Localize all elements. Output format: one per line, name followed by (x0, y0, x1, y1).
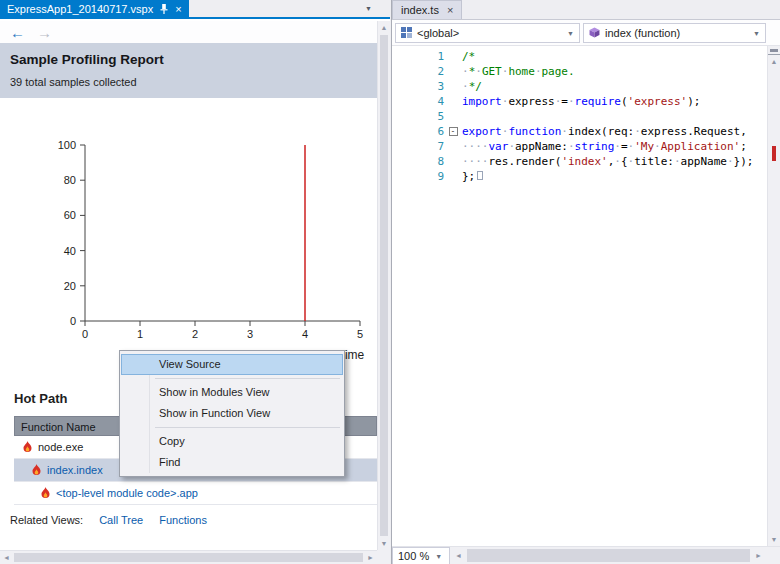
left-horizontal-scrollbar[interactable]: ◄ ► (0, 550, 377, 564)
close-icon[interactable]: × (447, 4, 453, 16)
left-tab-bar: ExpressApp1_20140717.vspx × ▼ (0, 0, 390, 19)
method-icon (589, 27, 600, 40)
fold-margin (444, 109, 462, 124)
code-text: ····res.render('index',·{·title:·appName… (462, 154, 767, 169)
namespace-icon (401, 27, 412, 40)
scrollbar-thumb[interactable] (14, 553, 363, 562)
code-text: ·*·GET·home·page. (462, 64, 767, 79)
flame-icon (40, 487, 51, 500)
y-tick-label: 0 (70, 315, 76, 327)
code-text: }; (462, 169, 767, 184)
tab-expressapp-vspx[interactable]: ExpressApp1_20140717.vspx × (0, 0, 189, 17)
fold-collapse-icon[interactable]: - (449, 127, 458, 136)
scroll-right-icon[interactable]: ► (364, 551, 377, 564)
scroll-up-icon[interactable]: ▲ (768, 55, 780, 68)
fold-margin (444, 139, 462, 154)
menu-item-find[interactable]: Find (121, 452, 343, 473)
line-number: 3 (392, 79, 444, 94)
functions-link[interactable]: Functions (159, 514, 207, 526)
x-tick-label: 5 (357, 328, 363, 340)
scrollbar-corner (377, 550, 390, 564)
x-tick-label: 4 (302, 328, 308, 340)
table-row[interactable]: <top-level module code>.app (14, 482, 377, 505)
scope-dropdown[interactable]: <global> ▼ (395, 23, 580, 43)
code-editor[interactable]: 1/*2·*·GET·home·page.3·*/4import·express… (392, 46, 767, 546)
chevron-down-icon: ▼ (753, 30, 760, 37)
scrollbar-corner (767, 547, 780, 564)
code-text: export·function·index(req:·express.Reque… (462, 124, 767, 139)
tab-index-ts[interactable]: index.ts × (392, 0, 462, 19)
code-line: 2·*·GET·home·page. (392, 64, 767, 79)
menu-item-copy[interactable]: Copy (121, 431, 343, 452)
tab-title: ExpressApp1_20140717.vspx (7, 3, 153, 15)
code-line: 6-export·function·index(req:·express.Req… (392, 124, 767, 139)
y-tick-label: 80 (64, 174, 76, 186)
scroll-down-icon[interactable]: ▼ (768, 533, 780, 546)
y-tick-label: 20 (64, 280, 76, 292)
line-number: 5 (392, 109, 444, 124)
code-text: /* (462, 49, 767, 64)
scroll-left-icon[interactable]: ◄ (0, 551, 13, 564)
call-tree-link[interactable]: Call Tree (99, 514, 143, 526)
scroll-down-icon[interactable]: ▼ (378, 537, 390, 550)
code-line: 5 (392, 109, 767, 124)
forward-icon: → (37, 24, 52, 41)
scroll-right-icon[interactable]: ► (752, 547, 765, 564)
code-line: 9}; (392, 169, 767, 184)
menu-item-view-source[interactable]: View Source (121, 354, 343, 375)
menu-item-show-in-modules-view[interactable]: Show in Modules View (121, 382, 343, 403)
scroll-up-icon[interactable]: ▲ (378, 21, 390, 34)
back-icon[interactable]: ← (10, 24, 25, 41)
related-views-label: Related Views: (10, 514, 83, 526)
report-title: Sample Profiling Report (10, 52, 377, 67)
tab-list-chevron-icon[interactable]: ▼ (365, 5, 372, 12)
y-tick-label: 40 (64, 245, 76, 257)
code-line: 4import·express·=·require('express'); (392, 94, 767, 109)
line-number: 4 (392, 94, 444, 109)
splitter-handle[interactable] (768, 46, 780, 55)
x-tick-label: 2 (192, 328, 198, 340)
line-number: 1 (392, 49, 444, 64)
line-number: 8 (392, 154, 444, 169)
menu-separator (155, 427, 340, 428)
code-line: 7····var·appName:·string·=·'My·Applicati… (392, 139, 767, 154)
report-toolbar: ← → (0, 21, 377, 43)
x-tick-label: 1 (137, 328, 143, 340)
code-text: import·express·=·require('express'); (462, 94, 767, 109)
close-icon[interactable]: × (175, 3, 181, 15)
fold-margin (444, 154, 462, 169)
related-views: Related Views: Call Tree Functions (10, 514, 207, 526)
left-vertical-scrollbar[interactable]: ▲ ▼ (377, 21, 390, 550)
code-text: ····var·appName:·string·=·'My·Applicatio… (462, 139, 767, 154)
y-tick-label: 60 (64, 209, 76, 221)
member-dropdown[interactable]: index (function) ▼ (583, 23, 766, 43)
x-tick-label: 0 (82, 328, 88, 340)
zoom-control[interactable]: 100 % ▼ (392, 547, 450, 564)
code-line: 3·*/ (392, 79, 767, 94)
zoom-value: 100 % (398, 550, 429, 562)
chevron-down-icon: ▼ (435, 553, 442, 560)
member-label: index (function) (605, 27, 748, 39)
code-line: 1/* (392, 49, 767, 64)
code-text (462, 109, 767, 124)
scrollbar-thumb[interactable] (380, 35, 388, 536)
fold-margin: - (444, 124, 462, 139)
flame-icon (22, 441, 33, 454)
x-tick-label: 3 (247, 328, 253, 340)
pin-icon[interactable] (159, 3, 169, 15)
scroll-left-icon[interactable]: ◄ (452, 547, 465, 564)
report-header: Sample Profiling Report 39 total samples… (0, 43, 377, 98)
code-text: ·*/ (462, 79, 767, 94)
line-number: 2 (392, 64, 444, 79)
y-tick-label: 100 (58, 139, 76, 151)
fold-margin (444, 49, 462, 64)
menu-separator (155, 378, 340, 379)
function-name[interactable]: index.index (47, 464, 103, 476)
menu-item-show-in-function-view[interactable]: Show in Function View (121, 403, 343, 424)
editor-vertical-scrollbar[interactable]: ▲ ▼ (767, 46, 780, 546)
scrollbar-thumb[interactable] (467, 549, 750, 562)
context-menu: View SourceShow in Modules ViewShow in F… (119, 350, 345, 477)
function-name[interactable]: <top-level module code>.app (56, 487, 198, 499)
report-subtitle: 39 total samples collected (10, 76, 377, 88)
hot-path-title: Hot Path (14, 391, 67, 406)
